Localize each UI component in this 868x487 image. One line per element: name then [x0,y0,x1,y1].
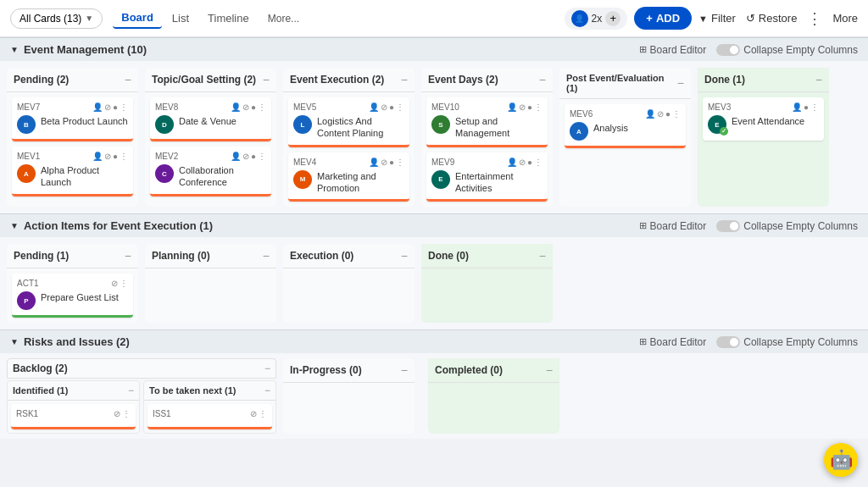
block-icon: ⊘ [104,152,111,161]
card-mev8[interactable]: MEV8 👤 ⊘ ● ⋮ D Date & Venue [150,97,271,141]
collapse-empty-action[interactable]: Collapse Empty Columns [716,336,858,348]
column-minus-icon[interactable]: − [539,249,546,263]
board-editor-action[interactable]: ⊞ Board Editor [639,44,707,56]
dot-icon: ● [113,102,118,112]
collapse-empty-action[interactable]: Collapse Empty Columns [716,44,858,56]
dots-icon[interactable]: ⋮ [120,102,128,112]
all-cards-button[interactable]: All Cards (13) ▼ [10,8,103,29]
group-chevron-icon[interactable]: ▼ [10,45,19,54]
column-pending-title: Pending (2) [14,74,69,86]
top-bar: All Cards (13) ▼ Board List Timeline Mor… [0,0,868,37]
card-mev1[interactable]: MEV1 👤 ⊘ ● ⋮ A Alpha Product Launch [12,147,133,196]
column-planning: Planning (0) − [145,244,276,323]
column-exec-title: Event Execution (2) [290,74,384,86]
column-minus-icon[interactable]: − [263,73,270,86]
card-avatar: C [155,164,174,183]
card-title: Setup and Management [455,115,542,140]
collapse-toggle[interactable] [716,336,740,348]
robot-assistant[interactable]: 🤖 [824,443,858,477]
dots-icon[interactable]: ⋮ [259,409,267,418]
identified-minus[interactable]: − [128,385,134,396]
restore-action[interactable]: ↺ Restore [746,12,798,25]
tab-timeline[interactable]: Timeline [199,8,258,28]
tab-more[interactable]: More... [259,9,308,28]
add-button[interactable]: + ADD [634,7,692,30]
card-title: Event Attendance [732,115,819,127]
card-mev3[interactable]: MEV3 👤 ● ⋮ E ✓ Event Attendance [703,97,824,141]
to-be-taken-minus[interactable]: − [264,385,270,396]
block-icon: ⊘ [381,158,387,167]
card-id: MEV6 [570,109,593,119]
avatar-small: 👤 [571,10,588,27]
group-header-event-management: ▼ Event Management (10) ⊞ Board Editor C… [0,37,868,61]
board-editor-label: Board Editor [650,220,707,232]
dots-icon[interactable]: ⋮ [810,102,819,112]
dots-icon[interactable]: ⋮ [534,158,542,167]
card-mev6[interactable]: MEV6 👤 ⊘ ● ⋮ A Analysis [565,104,686,148]
card-avatar: M [293,170,312,189]
card-title: Alpha Product Launch [41,164,128,189]
group-chevron-icon[interactable]: ▼ [10,221,19,230]
backlog-minus-icon[interactable]: − [264,362,270,374]
group-chevron-icon[interactable]: ▼ [10,337,19,346]
dots-icon[interactable]: ⋮ [122,409,131,418]
card-act1[interactable]: ACT1 ⊘ ⋮ P Prepare Guest List [12,274,133,318]
column-minus-icon[interactable]: − [401,73,408,86]
card-title: Entertainment Activities [455,170,542,195]
dots-icon[interactable]: ⋮ [258,152,266,161]
card-avatar: E ✓ [708,115,726,134]
card-id: MEV9 [431,158,454,167]
group-header-action-items: ▼ Action Items for Event Execution (1) ⊞… [0,213,868,237]
chevron-down-icon: ▼ [85,14,93,23]
column-minus-icon[interactable]: − [539,73,546,86]
column-minus-icon[interactable]: − [677,76,684,90]
board-editor-action[interactable]: ⊞ Board Editor [639,336,707,348]
dots-icon[interactable]: ⋮ [672,109,681,119]
block-icon: ⊘ [381,102,387,112]
column-minus-icon[interactable]: − [125,249,131,263]
group-event-management: ▼ Event Management (10) ⊞ Board Editor C… [0,37,868,213]
dots-icon[interactable]: ⋮ [534,102,542,112]
collapse-empty-action[interactable]: Collapse Empty Columns [716,220,858,232]
column-minus-icon[interactable]: − [125,73,131,86]
dots-icon[interactable]: ⋮ [258,102,266,112]
completed-title: Completed (0) [435,364,503,376]
filter-action[interactable]: ▼ Filter [698,12,736,25]
dots-icon[interactable]: ⋮ [396,158,404,167]
board-editor-action[interactable]: ⊞ Board Editor [639,220,707,232]
dots-icon[interactable]: ⋮ [120,279,128,288]
more-action[interactable]: ⋮ [807,9,822,28]
card-iss1[interactable]: ISS1 ⊘ ⋮ [147,404,272,429]
tab-board[interactable]: Board [113,8,162,29]
collapse-toggle[interactable] [716,44,740,56]
column-minus-icon[interactable]: − [815,73,822,86]
card-mev5[interactable]: MEV5 👤 ⊘ ● ⋮ L Logistics And Content Pla… [288,97,409,147]
column-minus-icon[interactable]: − [263,249,270,263]
card-mev9[interactable]: MEV9 👤 ⊘ ● ⋮ E Entertainment Activities [426,152,548,202]
column-minus-icon[interactable]: − [546,363,553,377]
column-minus-icon[interactable]: − [401,363,408,377]
person-icon: 👤 [231,152,241,161]
card-mev7[interactable]: MEV7 👤 ⊘ ● ⋮ B Beta Product Launch [12,97,133,141]
card-mev2[interactable]: MEV2 👤 ⊘ ● ⋮ C Collaboration Conference [150,147,271,196]
dot-icon: ● [527,102,532,112]
column-minus-icon[interactable]: − [401,249,408,263]
collapse-label: Collapse Empty Columns [743,336,858,348]
person-icon: 👤 [507,102,517,112]
dot-icon: ● [113,152,118,161]
tab-list[interactable]: List [164,8,198,28]
card-rsk1[interactable]: RSK1 ⊘ ⋮ [11,404,136,429]
backlog-title: Backlog (2) [13,362,68,374]
column-topic-title: Topic/Goal Setting (2) [152,74,256,86]
card-mev10[interactable]: MEV10 👤 ⊘ ● ⋮ S Setup and Management [426,97,548,147]
zoom-plus-button[interactable]: + [605,11,620,26]
dots-icon[interactable]: ⋮ [120,152,128,161]
collapse-toggle[interactable] [716,220,740,232]
column-pending-ai-title: Pending (1) [14,250,69,262]
card-mev4[interactable]: MEV4 👤 ⊘ ● ⋮ M Marketing and Promotion [288,152,409,202]
block-icon: ⊘ [242,102,249,112]
card-id: MEV4 [293,158,316,167]
dots-icon[interactable]: ⋮ [396,102,404,112]
toolbar-actions: ▼ Filter ↺ Restore ⋮ More [698,9,858,28]
more-label[interactable]: More [832,12,858,25]
